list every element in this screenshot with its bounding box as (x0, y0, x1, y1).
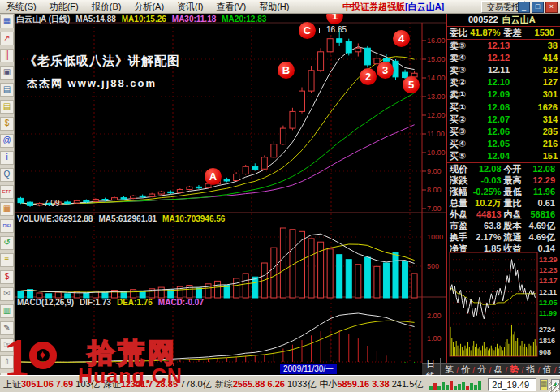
svg-text:8.00: 8.00 (427, 186, 442, 194)
window-controls: _ □ × (518, 2, 558, 13)
bid-row-2: 买②12.07314 (447, 114, 560, 126)
svg-text:16.00: 16.00 (427, 37, 446, 45)
menu-item-4[interactable]: 资讯(I) (170, 1, 209, 13)
header-segment: MACD:-0.07 (158, 298, 204, 307)
mini-bar (429, 386, 433, 390)
menu-item-6[interactable]: 帮助(H) (252, 1, 295, 13)
table-icon[interactable]: ▤ (0, 83, 14, 97)
info-row-6: 换手2.17%流通4.69亿 (447, 231, 560, 243)
mark-circle-C: C (299, 22, 316, 39)
at-icon[interactable]: @ (0, 134, 14, 148)
trend-chart-icon[interactable]: ↗ (0, 32, 14, 45)
tab-势[interactable]: 势 (507, 364, 521, 376)
bid-row-5: 买⑤12.04151 (447, 150, 560, 162)
svg-text:908: 908 (539, 348, 551, 356)
windows-icon[interactable]: ▣ (0, 66, 14, 80)
etf-icon[interactable]: ETF (0, 185, 14, 199)
svg-text:500: 500 (427, 262, 439, 270)
mark-circle-2: 2 (360, 68, 377, 85)
stock-info-rows: 现价12.08今开12.08涨跌-0.03最高12.29涨幅-0.25%最低11… (447, 163, 560, 254)
tab-指[interactable]: 指 (523, 364, 537, 376)
header-segment: MA5:14.88 (75, 15, 115, 24)
ask-row-5: 卖⑤12.1338 (447, 40, 560, 52)
svg-text:1816: 1816 (539, 337, 555, 345)
svg-text:12.23: 12.23 (539, 266, 558, 274)
menu-bar: 系统(S)功能(F)报价(B)分析(A)资讯(I)查看(V)帮助(H) (0, 1, 295, 13)
info-icon[interactable]: i (0, 151, 14, 165)
info-row-5: 市盈63.8股本4.69亿 (447, 220, 560, 231)
svg-text:2.00: 2.00 (427, 312, 442, 320)
doc-lines-icon[interactable]: ≡ (0, 253, 14, 267)
resize-grip[interactable] (549, 382, 559, 392)
tab-笔[interactable]: 笔 (442, 364, 456, 376)
minimize-button[interactable]: _ (518, 2, 530, 13)
annotation-subtitle: 杰杰网 www.jj88.com (27, 76, 157, 91)
weibi-value: 41.87% (467, 27, 501, 39)
ask-row-1: 卖①12.09301 (447, 88, 560, 101)
index-新综: 新综2565.88 6.26 1033亿 (215, 378, 317, 390)
volume-header: VOLUME:362912.88MA5:612961.81MA10:703946… (17, 214, 230, 223)
header-segment: 白云山A (日线) (16, 15, 70, 24)
app-title: 中投证券超强版[白云山A] (342, 1, 444, 13)
stock-header: 000522白云山A (447, 13, 560, 27)
session-indicator[interactable]: 2d_19.49 (488, 378, 536, 391)
tab-值[interactable]: 值 (540, 364, 554, 376)
hand-icon[interactable]: ☞ (0, 338, 14, 352)
kline-icon[interactable]: ║ (0, 49, 14, 62)
svg-text:10.00: 10.00 (427, 149, 446, 157)
search-doc-icon[interactable]: Q (0, 168, 14, 182)
peak-price-annotation: 16.65 (319, 25, 347, 34)
mini-bar (433, 383, 437, 390)
grid-status-icon[interactable]: ▦ (540, 379, 549, 390)
menu-item-5[interactable]: 查看(V) (209, 1, 252, 13)
index-深证: 深证12341.7 28.85 778.0亿 (103, 378, 212, 390)
bottom-tabs: 日线笔/价/分/盘/势/指/值/筹 (422, 363, 560, 376)
up-arrow-icon[interactable]: ⇧ (0, 355, 14, 369)
note-icon[interactable]: ▤ (0, 100, 14, 114)
quote-grid-icon[interactable]: ▦ (0, 15, 14, 28)
status-bar: 上证3051.06 7.69 103亿深证12341.7 28.85 778.0… (0, 375, 560, 392)
menu-item-0[interactable]: 系统(S) (0, 1, 43, 13)
info-row-4: 外盘44813内盘56816 (447, 209, 560, 220)
tab-盘[interactable]: 盘 (491, 364, 505, 376)
stock-code: 000522 (468, 15, 498, 24)
svg-text:1.00: 1.00 (427, 334, 442, 342)
svg-text:12.05: 12.05 (539, 299, 558, 307)
peak-corner-mark (319, 28, 325, 33)
intraday-mini-chart: 12.2912.2312.1712.1112.0511.992724181690… (447, 251, 560, 363)
rsi-icon[interactable]: RSI (0, 219, 14, 233)
svg-text:1000: 1000 (427, 233, 443, 241)
mini-bar (458, 384, 461, 390)
header-segment: MA20:12.83 (222, 15, 266, 24)
market-minibars (429, 380, 481, 390)
svg-text:9.00: 9.00 (427, 167, 442, 175)
header-segment: MA10:15.26 (122, 15, 166, 24)
mini-bar (450, 381, 453, 390)
tab-分[interactable]: 分 (475, 364, 489, 376)
annotation-title: 《老乐低吸八法》讲解配图 (24, 54, 180, 69)
moneybag-icon[interactable]: $ (0, 117, 14, 131)
header-segment: DIF:1.73 (80, 298, 111, 307)
bid-row-4: 买④12.05216 (447, 138, 560, 150)
tab-筹[interactable]: 筹 (556, 364, 560, 376)
mini-bar (437, 386, 441, 390)
mini-bar (466, 386, 469, 390)
pen-icon[interactable]: ✎ (0, 321, 14, 335)
svg-text:12.17: 12.17 (539, 277, 558, 285)
menu-item-1[interactable]: 功能(F) (43, 1, 85, 13)
ask-row-2: 卖②12.10127 (447, 76, 560, 88)
palette-icon[interactable]: ▦ (0, 202, 14, 216)
dollar-icon[interactable]: $ (0, 270, 14, 284)
menu-item-3[interactable]: 分析(A) (127, 1, 170, 13)
bid-levels: 买①12.081626买②12.07314买③12.06285买④12.0521… (447, 101, 560, 162)
tab-价[interactable]: 价 (459, 364, 472, 376)
maximize-button[interactable]: □ (532, 2, 544, 13)
mini-bar (478, 381, 481, 390)
date-tick (94, 363, 95, 366)
close-button[interactable]: × (545, 2, 558, 13)
mini-bar (446, 385, 449, 390)
refresh-icon[interactable]: ↺ (0, 236, 14, 250)
menu-item-2[interactable]: 报价(B) (85, 1, 128, 13)
book-icon[interactable]: ▥ (0, 304, 14, 318)
mail-icon[interactable]: ✉ (0, 287, 14, 301)
